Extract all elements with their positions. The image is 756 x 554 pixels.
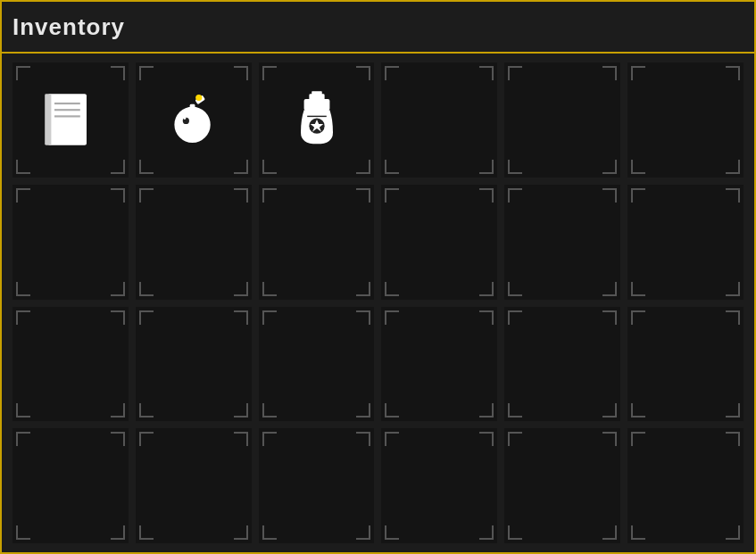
- corner-corner-bl-14: [262, 403, 277, 418]
- corner-corner-bl-8: [262, 282, 277, 296]
- corner-corner-bl-1: [139, 160, 154, 174]
- inventory-slot-17[interactable]: [627, 307, 744, 422]
- corner-corner-br-5: [726, 160, 740, 174]
- inventory-slot-0[interactable]: [12, 62, 129, 178]
- corner-corner-br-13: [234, 403, 248, 418]
- corner-corner-tl-13: [139, 310, 154, 325]
- corner-corner-tr-6: [111, 188, 125, 203]
- corner-corner-tl-0: [16, 66, 30, 80]
- inventory-window: Inventory: [0, 0, 756, 554]
- corner-corner-tl-17: [631, 310, 645, 325]
- corner-corner-br-7: [234, 282, 248, 296]
- inventory-slot-19[interactable]: [136, 428, 252, 543]
- corner-corner-tl-2: [262, 66, 277, 80]
- svg-rect-11: [309, 95, 324, 101]
- inventory-grid: [2, 54, 754, 552]
- inventory-slot-10[interactable]: [504, 185, 620, 300]
- corner-corner-bl-13: [139, 403, 154, 418]
- svg-rect-0: [48, 95, 87, 146]
- corner-corner-bl-12: [16, 403, 30, 418]
- corner-corner-tl-12: [16, 310, 30, 325]
- inventory-slot-5[interactable]: [627, 62, 744, 178]
- inventory-slot-20[interactable]: [259, 428, 375, 543]
- corner-corner-tl-21: [385, 432, 399, 446]
- page-title: Inventory: [12, 13, 125, 41]
- inventory-slot-22[interactable]: [504, 428, 620, 543]
- inventory-slot-3[interactable]: [381, 62, 497, 178]
- corner-corner-tr-3: [479, 66, 494, 80]
- corner-corner-tr-0: [111, 66, 125, 80]
- corner-corner-bl-0: [16, 160, 30, 174]
- inventory-slot-9[interactable]: [381, 185, 497, 300]
- corner-corner-br-2: [356, 160, 370, 174]
- corner-corner-tr-4: [602, 66, 617, 80]
- inventory-slot-16[interactable]: [504, 307, 620, 422]
- corner-corner-br-15: [479, 403, 494, 418]
- corner-corner-tl-16: [508, 310, 522, 325]
- corner-corner-tr-16: [602, 310, 617, 325]
- corner-corner-br-20: [356, 525, 370, 540]
- inventory-slot-23[interactable]: [627, 428, 744, 543]
- corner-corner-bl-7: [139, 282, 154, 296]
- corner-corner-br-10: [602, 282, 617, 296]
- corner-corner-bl-3: [385, 160, 399, 174]
- corner-corner-bl-19: [139, 525, 154, 540]
- svg-rect-13: [303, 99, 329, 111]
- inventory-slot-1[interactable]: [136, 62, 252, 178]
- inventory-header: Inventory: [2, 2, 754, 54]
- corner-corner-tl-10: [508, 188, 522, 203]
- corner-corner-tr-21: [479, 432, 494, 446]
- corner-corner-bl-21: [385, 525, 399, 540]
- inventory-slot-14[interactable]: [259, 307, 375, 422]
- corner-corner-tr-9: [479, 188, 494, 203]
- inventory-slot-11[interactable]: [627, 185, 744, 300]
- corner-corner-bl-22: [508, 525, 522, 540]
- svg-point-14: [309, 119, 324, 134]
- svg-point-8: [195, 95, 202, 101]
- corner-corner-bl-10: [508, 282, 522, 296]
- svg-rect-6: [189, 104, 195, 113]
- inventory-slot-12[interactable]: [12, 307, 129, 422]
- inventory-slot-21[interactable]: [381, 428, 497, 543]
- corner-corner-tl-8: [262, 188, 277, 203]
- corner-corner-br-22: [602, 525, 617, 540]
- inventory-slot-7[interactable]: [136, 185, 252, 300]
- corner-corner-tr-18: [111, 432, 125, 446]
- corner-corner-tr-19: [234, 432, 248, 446]
- corner-corner-tl-5: [631, 66, 645, 80]
- inventory-slot-15[interactable]: [381, 307, 497, 422]
- corner-corner-tl-3: [385, 66, 399, 80]
- corner-corner-tr-15: [479, 310, 494, 325]
- corner-corner-tl-20: [262, 432, 277, 446]
- corner-corner-bl-9: [385, 282, 399, 296]
- corner-corner-tl-23: [631, 432, 645, 446]
- corner-corner-tl-18: [16, 432, 30, 446]
- corner-corner-bl-15: [385, 403, 399, 418]
- corner-corner-tr-14: [356, 310, 370, 325]
- svg-rect-12: [312, 92, 322, 95]
- inventory-slot-4[interactable]: [504, 62, 620, 178]
- inventory-slot-2[interactable]: [259, 62, 375, 178]
- corner-corner-br-1: [234, 160, 248, 174]
- corner-corner-bl-16: [508, 403, 522, 418]
- corner-corner-tr-7: [234, 188, 248, 203]
- corner-corner-br-12: [111, 403, 125, 418]
- inventory-slot-8[interactable]: [259, 185, 375, 300]
- svg-point-9: [182, 118, 188, 124]
- corner-corner-bl-11: [631, 282, 645, 296]
- corner-corner-br-0: [111, 160, 125, 174]
- corner-corner-tl-11: [631, 188, 645, 203]
- inventory-slot-13[interactable]: [136, 307, 252, 422]
- svg-point-5: [174, 107, 210, 143]
- corner-corner-tl-6: [16, 188, 30, 203]
- corner-corner-br-8: [356, 282, 370, 296]
- corner-corner-tr-10: [602, 188, 617, 203]
- corner-corner-tl-14: [262, 310, 277, 325]
- corner-corner-bl-18: [16, 525, 30, 540]
- corner-corner-br-9: [479, 282, 494, 296]
- corner-corner-tr-8: [356, 188, 370, 203]
- corner-corner-br-6: [111, 282, 125, 296]
- inventory-slot-18[interactable]: [12, 428, 129, 543]
- inventory-slot-6[interactable]: [12, 185, 129, 300]
- bomb-icon: [162, 87, 226, 152]
